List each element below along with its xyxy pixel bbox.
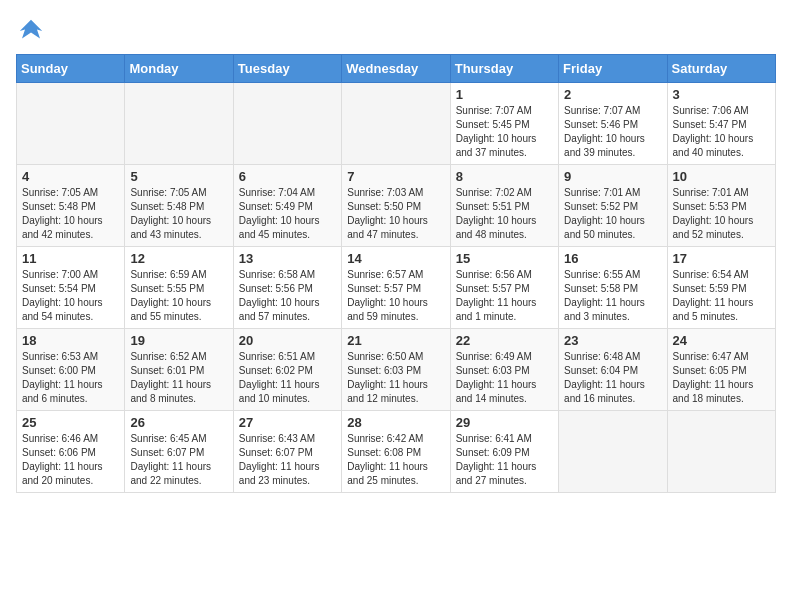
header-sunday: Sunday: [17, 55, 125, 83]
day-number: 18: [22, 333, 119, 348]
calendar-cell: 6Sunrise: 7:04 AM Sunset: 5:49 PM Daylig…: [233, 165, 341, 247]
calendar-cell: 10Sunrise: 7:01 AM Sunset: 5:53 PM Dayli…: [667, 165, 775, 247]
day-info: Sunrise: 6:53 AM Sunset: 6:00 PM Dayligh…: [22, 350, 119, 406]
calendar-cell: [559, 411, 667, 493]
day-info: Sunrise: 6:59 AM Sunset: 5:55 PM Dayligh…: [130, 268, 227, 324]
day-number: 24: [673, 333, 770, 348]
day-number: 29: [456, 415, 553, 430]
calendar-cell: 29Sunrise: 6:41 AM Sunset: 6:09 PM Dayli…: [450, 411, 558, 493]
page-header: [16, 16, 776, 46]
day-number: 17: [673, 251, 770, 266]
logo-icon: [16, 16, 46, 46]
day-info: Sunrise: 7:07 AM Sunset: 5:45 PM Dayligh…: [456, 104, 553, 160]
calendar-table: Sunday Monday Tuesday Wednesday Thursday…: [16, 54, 776, 493]
calendar-week-row: 25Sunrise: 6:46 AM Sunset: 6:06 PM Dayli…: [17, 411, 776, 493]
day-info: Sunrise: 7:00 AM Sunset: 5:54 PM Dayligh…: [22, 268, 119, 324]
calendar-header-row: Sunday Monday Tuesday Wednesday Thursday…: [17, 55, 776, 83]
calendar-cell: 27Sunrise: 6:43 AM Sunset: 6:07 PM Dayli…: [233, 411, 341, 493]
day-number: 5: [130, 169, 227, 184]
calendar-cell: 24Sunrise: 6:47 AM Sunset: 6:05 PM Dayli…: [667, 329, 775, 411]
calendar-cell: [667, 411, 775, 493]
day-info: Sunrise: 7:02 AM Sunset: 5:51 PM Dayligh…: [456, 186, 553, 242]
day-info: Sunrise: 7:01 AM Sunset: 5:52 PM Dayligh…: [564, 186, 661, 242]
day-info: Sunrise: 6:57 AM Sunset: 5:57 PM Dayligh…: [347, 268, 444, 324]
day-number: 7: [347, 169, 444, 184]
day-info: Sunrise: 7:06 AM Sunset: 5:47 PM Dayligh…: [673, 104, 770, 160]
day-number: 22: [456, 333, 553, 348]
day-info: Sunrise: 7:01 AM Sunset: 5:53 PM Dayligh…: [673, 186, 770, 242]
calendar-cell: 25Sunrise: 6:46 AM Sunset: 6:06 PM Dayli…: [17, 411, 125, 493]
calendar-cell: 14Sunrise: 6:57 AM Sunset: 5:57 PM Dayli…: [342, 247, 450, 329]
calendar-cell: 7Sunrise: 7:03 AM Sunset: 5:50 PM Daylig…: [342, 165, 450, 247]
day-number: 2: [564, 87, 661, 102]
day-info: Sunrise: 6:46 AM Sunset: 6:06 PM Dayligh…: [22, 432, 119, 488]
calendar-cell: [233, 83, 341, 165]
calendar-cell: 19Sunrise: 6:52 AM Sunset: 6:01 PM Dayli…: [125, 329, 233, 411]
calendar-cell: [342, 83, 450, 165]
day-number: 27: [239, 415, 336, 430]
day-info: Sunrise: 6:52 AM Sunset: 6:01 PM Dayligh…: [130, 350, 227, 406]
day-number: 25: [22, 415, 119, 430]
calendar-cell: 28Sunrise: 6:42 AM Sunset: 6:08 PM Dayli…: [342, 411, 450, 493]
day-info: Sunrise: 6:48 AM Sunset: 6:04 PM Dayligh…: [564, 350, 661, 406]
day-info: Sunrise: 7:05 AM Sunset: 5:48 PM Dayligh…: [130, 186, 227, 242]
header-wednesday: Wednesday: [342, 55, 450, 83]
calendar-cell: 5Sunrise: 7:05 AM Sunset: 5:48 PM Daylig…: [125, 165, 233, 247]
day-number: 15: [456, 251, 553, 266]
day-number: 14: [347, 251, 444, 266]
day-number: 19: [130, 333, 227, 348]
calendar-cell: [125, 83, 233, 165]
calendar-cell: 26Sunrise: 6:45 AM Sunset: 6:07 PM Dayli…: [125, 411, 233, 493]
calendar-cell: [17, 83, 125, 165]
calendar-week-row: 11Sunrise: 7:00 AM Sunset: 5:54 PM Dayli…: [17, 247, 776, 329]
calendar-cell: 22Sunrise: 6:49 AM Sunset: 6:03 PM Dayli…: [450, 329, 558, 411]
day-number: 28: [347, 415, 444, 430]
calendar-cell: 12Sunrise: 6:59 AM Sunset: 5:55 PM Dayli…: [125, 247, 233, 329]
calendar-cell: 18Sunrise: 6:53 AM Sunset: 6:00 PM Dayli…: [17, 329, 125, 411]
day-number: 1: [456, 87, 553, 102]
day-number: 10: [673, 169, 770, 184]
calendar-cell: 1Sunrise: 7:07 AM Sunset: 5:45 PM Daylig…: [450, 83, 558, 165]
day-number: 23: [564, 333, 661, 348]
header-thursday: Thursday: [450, 55, 558, 83]
calendar-cell: 16Sunrise: 6:55 AM Sunset: 5:58 PM Dayli…: [559, 247, 667, 329]
calendar-cell: 11Sunrise: 7:00 AM Sunset: 5:54 PM Dayli…: [17, 247, 125, 329]
day-info: Sunrise: 6:45 AM Sunset: 6:07 PM Dayligh…: [130, 432, 227, 488]
calendar-cell: 3Sunrise: 7:06 AM Sunset: 5:47 PM Daylig…: [667, 83, 775, 165]
header-monday: Monday: [125, 55, 233, 83]
calendar-week-row: 18Sunrise: 6:53 AM Sunset: 6:00 PM Dayli…: [17, 329, 776, 411]
calendar-cell: 17Sunrise: 6:54 AM Sunset: 5:59 PM Dayli…: [667, 247, 775, 329]
day-number: 4: [22, 169, 119, 184]
day-number: 6: [239, 169, 336, 184]
calendar-cell: 2Sunrise: 7:07 AM Sunset: 5:46 PM Daylig…: [559, 83, 667, 165]
day-info: Sunrise: 6:56 AM Sunset: 5:57 PM Dayligh…: [456, 268, 553, 324]
day-info: Sunrise: 6:51 AM Sunset: 6:02 PM Dayligh…: [239, 350, 336, 406]
day-info: Sunrise: 6:50 AM Sunset: 6:03 PM Dayligh…: [347, 350, 444, 406]
calendar-cell: 8Sunrise: 7:02 AM Sunset: 5:51 PM Daylig…: [450, 165, 558, 247]
calendar-cell: 4Sunrise: 7:05 AM Sunset: 5:48 PM Daylig…: [17, 165, 125, 247]
day-info: Sunrise: 6:49 AM Sunset: 6:03 PM Dayligh…: [456, 350, 553, 406]
day-info: Sunrise: 7:05 AM Sunset: 5:48 PM Dayligh…: [22, 186, 119, 242]
calendar-week-row: 1Sunrise: 7:07 AM Sunset: 5:45 PM Daylig…: [17, 83, 776, 165]
calendar-cell: 23Sunrise: 6:48 AM Sunset: 6:04 PM Dayli…: [559, 329, 667, 411]
day-info: Sunrise: 6:55 AM Sunset: 5:58 PM Dayligh…: [564, 268, 661, 324]
day-number: 13: [239, 251, 336, 266]
calendar-week-row: 4Sunrise: 7:05 AM Sunset: 5:48 PM Daylig…: [17, 165, 776, 247]
calendar-cell: 15Sunrise: 6:56 AM Sunset: 5:57 PM Dayli…: [450, 247, 558, 329]
day-info: Sunrise: 6:58 AM Sunset: 5:56 PM Dayligh…: [239, 268, 336, 324]
day-number: 26: [130, 415, 227, 430]
header-tuesday: Tuesday: [233, 55, 341, 83]
day-info: Sunrise: 6:42 AM Sunset: 6:08 PM Dayligh…: [347, 432, 444, 488]
day-number: 11: [22, 251, 119, 266]
calendar-cell: 21Sunrise: 6:50 AM Sunset: 6:03 PM Dayli…: [342, 329, 450, 411]
day-info: Sunrise: 6:43 AM Sunset: 6:07 PM Dayligh…: [239, 432, 336, 488]
day-number: 16: [564, 251, 661, 266]
day-info: Sunrise: 7:04 AM Sunset: 5:49 PM Dayligh…: [239, 186, 336, 242]
day-number: 20: [239, 333, 336, 348]
day-number: 3: [673, 87, 770, 102]
day-number: 21: [347, 333, 444, 348]
day-number: 9: [564, 169, 661, 184]
calendar-cell: 9Sunrise: 7:01 AM Sunset: 5:52 PM Daylig…: [559, 165, 667, 247]
logo: [16, 16, 50, 46]
day-info: Sunrise: 6:41 AM Sunset: 6:09 PM Dayligh…: [456, 432, 553, 488]
